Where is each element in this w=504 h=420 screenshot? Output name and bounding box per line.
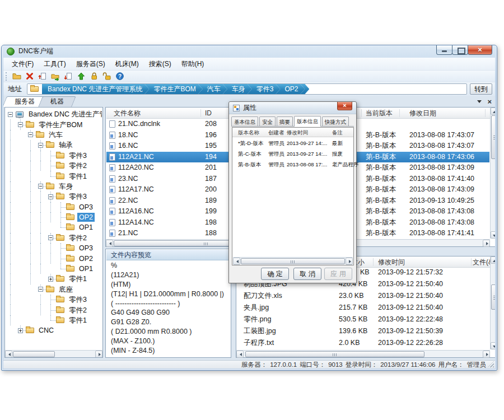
breadcrumb-segment-5[interactable]: 零件3 — [248, 84, 281, 94]
address-field[interactable]: Bandex DNC 先进生产管理系统零件生产BOM汽车车身零件3OP2 — [27, 83, 467, 95]
menu-item-1[interactable]: 文件(F) — [7, 58, 39, 71]
file-list-vscrollbar[interactable] — [490, 108, 495, 239]
attachments-vscrollbar[interactable] — [490, 256, 495, 349]
tree-node[interactable]: OP1 — [6, 264, 102, 274]
tree-node[interactable]: CNC — [6, 325, 102, 335]
attachment-row[interactable]: 子程序.txt2.0 KB2013-09-12 22:26:28 — [237, 337, 489, 349]
tree-hscrollbar[interactable] — [5, 350, 102, 357]
attachment-row[interactable]: 配刀文件.xls23.0 KB2013-09-12 21:50:40 — [237, 290, 489, 302]
minimize-button[interactable] — [436, 45, 452, 55]
column-header[interactable]: 文件名称 — [114, 108, 141, 119]
menu-item-2[interactable]: 工具(T) — [39, 58, 71, 71]
breadcrumb-segment-1[interactable]: Bandex DNC 先进生产管理系统 — [42, 84, 149, 94]
menu-item-4[interactable]: 机床(M) — [110, 58, 144, 71]
tree-node[interactable]: 零件2 — [6, 233, 102, 243]
go-button[interactable]: 转到 — [470, 83, 492, 95]
dialog-button-1[interactable]: 确 定 — [261, 268, 289, 280]
tree-node[interactable]: OP2 — [6, 253, 102, 263]
dialog-tab-5[interactable]: 快捷方式 — [322, 116, 349, 126]
dialog-tab-2[interactable]: 安全 — [259, 116, 276, 126]
maximize-button[interactable] — [452, 45, 468, 55]
collapse-toggle[interactable] — [28, 132, 33, 137]
menu-bar: 文件(F)工具(T)服务器(S)机床(M)搜索(S)帮助(H) — [3, 58, 495, 71]
dialog-title-bar[interactable]: 属性 — [229, 102, 356, 114]
tree-node[interactable]: 零件1 — [6, 315, 102, 325]
attachment-row[interactable]: 工装图.jpg139.6 KB2013-09-12 21:50:39 — [237, 325, 489, 337]
server-tree-panel: Bandex DNC 先进生产管理系统零件生产BOM汽车轴承零件3零件2零件1车… — [4, 107, 103, 358]
file-date: 2013-08-08 17:43:07 — [409, 130, 474, 141]
tree-node[interactable]: 底座 — [6, 284, 102, 295]
column-header[interactable]: 版本名称 — [238, 128, 259, 137]
tree-node[interactable]: OP3 — [6, 202, 102, 212]
tree-node[interactable]: Bandex DNC 先进生产管理系统 — [6, 109, 102, 119]
tree-node[interactable]: 零件3 — [6, 295, 102, 305]
tree-node[interactable]: OP2 — [6, 212, 102, 222]
attachment-row[interactable]: 零件.png530.5 KB2013-09-12 22:22:48 — [237, 314, 489, 325]
menu-item-6[interactable]: 帮助(H) — [176, 58, 209, 71]
tab-服务器[interactable]: 服务器 — [7, 96, 43, 107]
breadcrumb-segment-2[interactable]: 零件生产BOM — [144, 84, 202, 94]
tree-node[interactable]: 零件3 — [6, 151, 102, 161]
close-button[interactable] — [468, 45, 492, 55]
upload-arrow-icon[interactable] — [77, 72, 86, 81]
dialog-tab-3[interactable]: 摘要 — [277, 116, 293, 126]
pane-close-icon[interactable]: × — [487, 99, 492, 105]
lock-icon[interactable] — [90, 72, 99, 81]
download-file-icon[interactable] — [64, 72, 73, 81]
tab-机器[interactable]: 机器 — [43, 96, 72, 107]
chevron-down-icon[interactable] — [477, 100, 482, 105]
unlock-icon[interactable] — [102, 72, 112, 81]
dialog-hscrollbar[interactable] — [233, 257, 353, 264]
tree-node[interactable]: 汽车 — [6, 130, 102, 140]
version-row[interactable]: 第-C-版本管理员2013-09-27 14:...报废 — [232, 148, 353, 159]
column-header[interactable]: 当前版本 — [366, 108, 393, 119]
column-header[interactable]: 备注 — [332, 128, 343, 137]
column-header[interactable]: 修改日期 — [409, 108, 436, 119]
collapse-toggle[interactable] — [48, 194, 53, 199]
folder-icon — [46, 142, 55, 148]
send-folder-icon[interactable] — [51, 72, 60, 81]
tree-node[interactable]: 零件2 — [6, 305, 102, 315]
collapse-toggle[interactable] — [8, 112, 13, 117]
column-header[interactable]: ID — [205, 108, 212, 119]
menu-item-3[interactable]: 服务器(S) — [71, 58, 110, 71]
attachment-row[interactable]: 夹具.jpg215.7 KB2013-09-12 21:50:40 — [237, 302, 489, 314]
collapse-toggle[interactable] — [48, 235, 53, 240]
version-row[interactable]: *第-D-版本管理员2013-09-27 14:...最新 — [232, 138, 353, 148]
version-list-header[interactable]: 版本名称创建者修改时间备注 — [232, 128, 353, 137]
upload-file-icon[interactable] — [38, 72, 48, 81]
collapse-toggle[interactable] — [38, 287, 43, 292]
dialog-tab-4[interactable]: 版本信息 — [294, 116, 321, 127]
expand-toggle[interactable] — [48, 277, 53, 282]
tree-node[interactable]: 轴承 — [6, 140, 102, 150]
collapse-toggle[interactable] — [18, 122, 23, 127]
tree-node[interactable]: 零件1 — [6, 171, 102, 181]
expand-toggle[interactable] — [18, 328, 23, 333]
menu-item-5[interactable]: 搜索(S) — [144, 58, 176, 71]
delete-icon[interactable] — [25, 72, 35, 81]
resize-grip[interactable] — [488, 361, 494, 367]
folder-icon — [26, 328, 35, 333]
column-header[interactable]: 修改时间 — [287, 128, 308, 137]
dialog-tab-1[interactable]: 基本信息 — [231, 116, 258, 126]
tree-node-label: 零件2 — [67, 234, 88, 242]
column-header[interactable]: 创建者 — [268, 128, 284, 137]
file-id: 187 — [205, 174, 217, 185]
dialog-close-button[interactable] — [337, 102, 352, 110]
dialog-button-2[interactable]: 取 消 — [293, 268, 321, 280]
file-id: 194 — [205, 152, 217, 163]
tree-node[interactable]: 零件3 — [6, 192, 102, 202]
help-icon[interactable]: ? — [115, 72, 125, 81]
collapse-toggle[interactable] — [38, 184, 43, 189]
new-folder-icon[interactable] — [12, 72, 22, 81]
tree-node[interactable]: 零件生产BOM — [6, 119, 102, 129]
tree-node[interactable]: OP1 — [6, 222, 102, 232]
collapse-toggle[interactable] — [38, 143, 43, 148]
tree-node[interactable]: OP3 — [6, 243, 102, 253]
tree-node[interactable]: 车身 — [6, 181, 102, 192]
title-bar[interactable]: DNC客户端 — [2, 45, 497, 58]
version-row[interactable]: 第-B-版本管理员2013-08-08 17:...老产品程序 — [232, 159, 353, 170]
tree-node[interactable]: 零件2 — [6, 161, 102, 171]
attachments-hscrollbar[interactable] — [236, 350, 490, 357]
tree-node[interactable]: 零件1 — [6, 274, 102, 284]
